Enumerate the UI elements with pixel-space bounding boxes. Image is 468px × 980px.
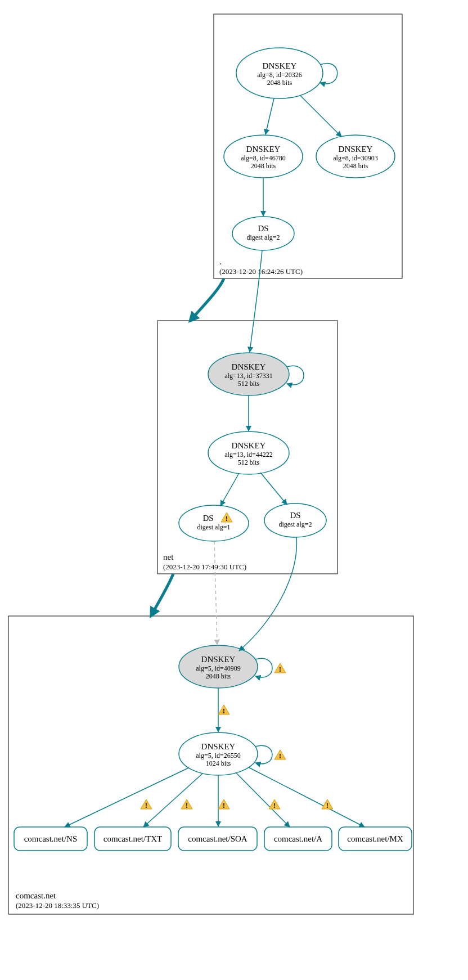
root-zsk1-title: DNSKEY bbox=[246, 145, 281, 154]
net-ksk-line2: alg=13, id=37331 bbox=[224, 372, 273, 380]
root-ds-title: DS bbox=[258, 224, 268, 233]
rrset-ns-label: comcast.net/NS bbox=[24, 834, 78, 843]
edge-root-ksk-zsk2 bbox=[300, 96, 341, 137]
edge-root-ksk-zsk1 bbox=[266, 98, 274, 134]
node-com-zsk: DNSKEY alg=5, id=26550 1024 bits bbox=[179, 732, 258, 775]
rrset-soa-label: comcast.net/SOA bbox=[188, 834, 248, 843]
warning-icon bbox=[181, 799, 192, 810]
dnssec-diagram: ! . (2023-12-20 16:24:26 UTC) net (2023-… bbox=[0, 0, 468, 980]
warning-icon bbox=[274, 750, 286, 760]
node-root-zsk1: DNSKEY alg=8, id=46780 2048 bits bbox=[224, 135, 303, 178]
net-ksk-title: DNSKEY bbox=[232, 362, 266, 371]
edge-delegation-root-net bbox=[191, 278, 224, 320]
node-net-ksk: DNSKEY alg=13, id=37331 512 bits bbox=[208, 353, 289, 395]
node-root-ksk: DNSKEY alg=8, id=20326 2048 bits bbox=[236, 48, 323, 98]
warning-icon bbox=[269, 799, 280, 810]
rrset-a: comcast.net/A bbox=[264, 827, 332, 851]
net-ksk-line3: 512 bits bbox=[238, 380, 260, 388]
com-zsk-title: DNSKEY bbox=[201, 742, 236, 751]
edge-com-zsk-a bbox=[236, 773, 290, 827]
root-zsk1-line2: alg=8, id=46780 bbox=[241, 154, 286, 162]
root-ksk-title: DNSKEY bbox=[263, 61, 297, 70]
node-net-ds2: DS digest alg=2 bbox=[264, 504, 326, 537]
com-zsk-line2: alg=5, id=26550 bbox=[196, 752, 241, 759]
edge-net-zsk-ds1 bbox=[220, 473, 239, 506]
edge-net-zsk-ds2 bbox=[260, 473, 287, 505]
rrset-ns: comcast.net/NS bbox=[14, 827, 87, 851]
edge-com-zsk-ns bbox=[65, 768, 188, 827]
edge-root-ds-net-ksk bbox=[250, 250, 262, 352]
root-zsk1-line3: 2048 bits bbox=[251, 162, 276, 170]
root-zsk2-line3: 2048 bits bbox=[343, 162, 368, 170]
warning-icon bbox=[218, 799, 230, 810]
edge-com-zsk-txt bbox=[143, 774, 202, 827]
net-zsk-line2: alg=13, id=44222 bbox=[224, 451, 273, 458]
root-zsk2-title: DNSKEY bbox=[339, 145, 373, 154]
node-net-ds1: DS digest alg=1 bbox=[179, 505, 249, 541]
rrset-mx: comcast.net/MX bbox=[339, 827, 412, 851]
net-zsk-title: DNSKEY bbox=[232, 441, 266, 450]
node-root-ds: DS digest alg=2 bbox=[232, 217, 294, 250]
rrset-a-label: comcast.net/A bbox=[274, 834, 322, 843]
net-ds1-line2: digest alg=1 bbox=[197, 523, 230, 531]
edge-net-ds1-com-ksk bbox=[214, 541, 217, 645]
root-ksk-line3: 2048 bits bbox=[267, 79, 292, 87]
rrset-txt: comcast.net/TXT bbox=[94, 827, 171, 851]
edge-net-ds2-com-ksk bbox=[239, 537, 296, 651]
root-ksk-line2: alg=8, id=20326 bbox=[257, 71, 302, 79]
net-zsk-line3: 512 bits bbox=[238, 458, 260, 466]
zone-timestamp-net: (2023-12-20 17:49:30 UTC) bbox=[163, 563, 246, 571]
node-net-zsk: DNSKEY alg=13, id=44222 512 bits bbox=[208, 431, 289, 474]
zone-label-net: net bbox=[163, 552, 174, 561]
net-ds2-line2: digest alg=2 bbox=[278, 520, 312, 528]
root-zsk2-line2: alg=8, id=30903 bbox=[333, 154, 378, 162]
rrset-soa: comcast.net/SOA bbox=[178, 827, 257, 851]
zone-label-comcast: comcast.net bbox=[16, 891, 56, 900]
rrset-mx-label: comcast.net/MX bbox=[347, 834, 403, 843]
zone-label-root: . bbox=[219, 257, 222, 266]
warning-icon bbox=[218, 705, 230, 715]
edge-delegation-net-comcast bbox=[152, 574, 173, 614]
edge-com-zsk-mx bbox=[249, 767, 364, 827]
com-ksk-title: DNSKEY bbox=[201, 655, 236, 664]
com-zsk-line3: 1024 bits bbox=[206, 759, 231, 767]
node-com-ksk: DNSKEY alg=5, id=40909 2048 bits bbox=[179, 645, 258, 688]
rrset-txt-label: comcast.net/TXT bbox=[104, 834, 163, 843]
warning-icon bbox=[274, 663, 286, 673]
zone-timestamp-root: (2023-12-20 16:24:26 UTC) bbox=[219, 267, 303, 276]
root-ds-line2: digest alg=2 bbox=[246, 233, 280, 241]
zone-timestamp-comcast: (2023-12-20 18:33:35 UTC) bbox=[16, 901, 99, 910]
com-ksk-line2: alg=5, id=40909 bbox=[196, 664, 241, 672]
warning-icon bbox=[141, 799, 152, 810]
com-ksk-line3: 2048 bits bbox=[206, 672, 231, 680]
net-ds2-title: DS bbox=[290, 511, 300, 520]
net-ds1-title: DS bbox=[202, 514, 213, 523]
warning-icon bbox=[322, 799, 333, 810]
node-root-zsk2: DNSKEY alg=8, id=30903 2048 bits bbox=[316, 135, 395, 178]
